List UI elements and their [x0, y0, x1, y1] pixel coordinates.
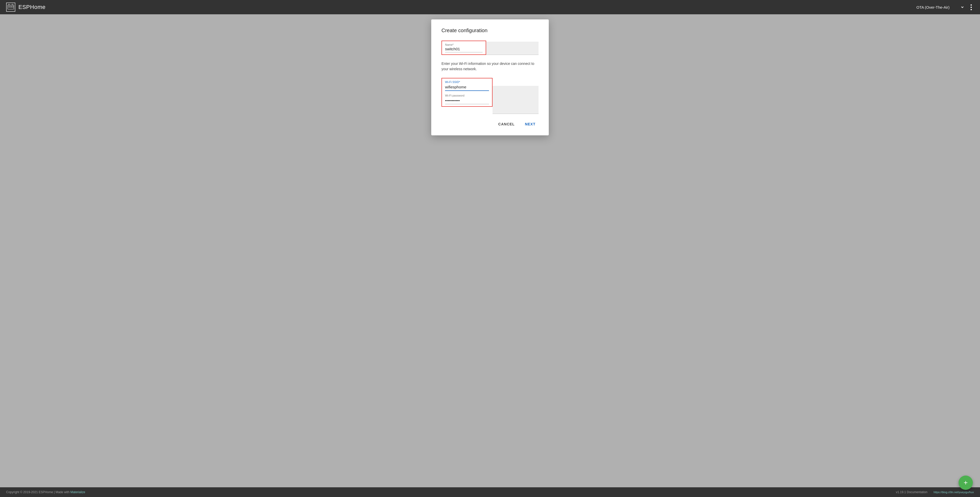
name-field-section: Name* — [441, 41, 539, 55]
name-field-wrapper: Name* — [441, 41, 486, 55]
wifi-password-label: Wi-Fi password — [445, 94, 489, 97]
next-button[interactable]: NEXT — [522, 120, 539, 128]
main-content: Welcome to ESPHome It looks like you don… — [0, 14, 980, 487]
svg-rect-7 — [12, 6, 13, 7]
wifi-fields-section: Wi-Fi SSID* Wi-Fi password — [441, 78, 539, 114]
svg-rect-6 — [10, 6, 11, 7]
create-config-dialog: Create configuration Name* Enter your Wi… — [431, 19, 549, 135]
cancel-button[interactable]: CANCEL — [495, 120, 518, 128]
menu-dots-button[interactable] — [969, 3, 974, 11]
fab-button[interactable]: + — [959, 476, 973, 490]
header-left: ESPHome — [6, 3, 46, 12]
svg-rect-5 — [8, 6, 10, 7]
ota-dropdown[interactable]: OTA (Over-The-Air) USB / Serial port — [913, 4, 964, 11]
wifi-ssid-label: Wi-Fi SSID* — [445, 81, 489, 84]
header-right: OTA (Over-The-Air) USB / Serial port — [913, 3, 974, 11]
logo-icon — [6, 3, 15, 12]
materialize-link[interactable]: Materialize — [70, 491, 85, 494]
wifi-row-filler — [493, 86, 539, 114]
name-row-filler — [486, 41, 539, 55]
name-input[interactable] — [445, 46, 483, 52]
dialog-title: Create configuration — [441, 28, 539, 33]
dialog-overlay: Create configuration Name* Enter your Wi… — [0, 14, 980, 487]
footer-version: v1.19.1 Documentation — [896, 491, 928, 494]
name-label: Name* — [445, 43, 483, 46]
footer-github-link[interactable]: https://blog.c0tn.net/yueyigu/hux — [934, 491, 974, 494]
wifi-info-text: Enter your Wi-Fi information so your dev… — [441, 61, 539, 72]
app-title: ESPHome — [18, 4, 46, 11]
app-header: ESPHome OTA (Over-The-Air) USB / Serial … — [0, 0, 980, 14]
app-footer: Copyright © 2019-2021 ESPHome | Made wit… — [0, 487, 980, 497]
wifi-fields-wrapper: Wi-Fi SSID* Wi-Fi password — [441, 78, 493, 107]
wifi-password-input[interactable] — [445, 98, 489, 104]
footer-right: v1.19.1 Documentation https://blog.c0tn.… — [896, 491, 974, 494]
wifi-password-field: Wi-Fi password — [445, 94, 489, 104]
footer-copyright: Copyright © 2019-2021 ESPHome | Made wit… — [6, 491, 85, 494]
dialog-actions: CANCEL NEXT — [441, 120, 539, 128]
wifi-ssid-field: Wi-Fi SSID* — [445, 81, 489, 91]
wifi-ssid-input[interactable] — [445, 84, 489, 91]
